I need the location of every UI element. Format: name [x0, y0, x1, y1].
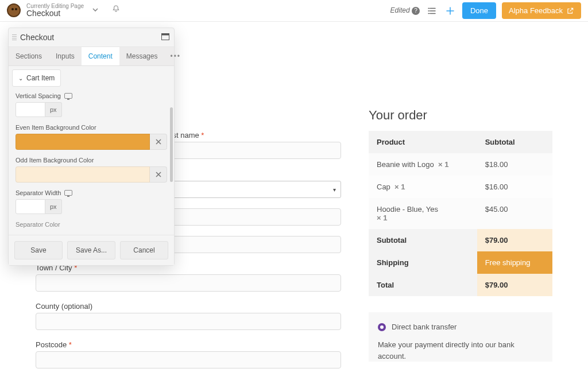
section-toggle-cart-item[interactable]: ⌄ Cart Item	[12, 69, 61, 87]
ctrl-label: Odd Item Background Color	[16, 157, 94, 164]
page-title: Checkout	[26, 9, 84, 18]
shipping-label: Shipping	[369, 251, 477, 274]
order-table-head: Product Subtotal	[369, 131, 552, 153]
ctrl-label: Even Item Background Color	[16, 124, 96, 131]
edited-status: Edited ?	[390, 6, 420, 15]
last-name-label: Last name *	[164, 131, 341, 139]
last-name-input[interactable]	[164, 142, 341, 159]
total-value: $79.00	[477, 274, 552, 296]
payment-method-label: Direct bank transfer	[392, 323, 457, 331]
svg-rect-1	[162, 33, 169, 35]
panel-maximize-button[interactable]	[161, 33, 169, 42]
odd-bg-clear[interactable]	[150, 166, 167, 183]
tab-messages[interactable]: Messages	[119, 47, 165, 65]
panel-footer: Save Save As... Cancel	[9, 235, 174, 265]
order-item-name: Beanie with Logo × 1	[369, 153, 477, 176]
notifications-button[interactable]	[111, 5, 121, 16]
town-field: Town / City *	[36, 263, 341, 292]
cancel-button[interactable]: Cancel	[120, 241, 168, 259]
even-bg-swatch[interactable]	[16, 134, 150, 150]
order-item-name: Hoodie - Blue, Yes× 1	[369, 198, 477, 229]
unit-label: px	[45, 102, 62, 117]
tabs-overflow-button[interactable]: •••	[164, 52, 187, 60]
town-input[interactable]	[36, 274, 341, 292]
chevron-down-icon	[92, 6, 99, 13]
payment-desc: Make your payment directly into our bank…	[378, 339, 543, 362]
panel-body: ⌄ Cart Item Vertical Spacing px Even Ite…	[9, 66, 174, 235]
separator-width-input[interactable]	[16, 199, 45, 214]
bell-icon	[111, 5, 121, 14]
panel-tabs: Sections Inputs Content Messages •••	[9, 47, 174, 66]
postcode-field: Postcode *	[36, 340, 341, 368]
vertical-spacing-input[interactable]	[16, 102, 45, 117]
topbar-right: Edited ? Done Alpha Feedback	[390, 2, 581, 19]
topbar: Currently Editing Page Checkout Edited ?…	[0, 0, 588, 22]
chevron-down-icon: ▾	[333, 187, 336, 193]
tab-inputs[interactable]: Inputs	[49, 47, 82, 65]
feedback-button[interactable]: Alpha Feedback	[502, 2, 581, 19]
page-switcher-toggle[interactable]	[90, 3, 101, 17]
last-name-field: Last name *	[164, 131, 341, 159]
radio-selected-icon	[378, 323, 386, 331]
subtotal-label: Subtotal	[369, 229, 477, 251]
order-column: Your order Product Subtotal Beanie with …	[369, 108, 552, 379]
feedback-label: Alpha Feedback	[509, 6, 563, 15]
order-heading: Your order	[369, 108, 552, 123]
county-label: County (optional)	[36, 302, 341, 311]
panel-title: Checkout	[20, 33, 161, 42]
ctrl-separator-color: Separator Color	[16, 221, 167, 228]
order-shipping-row: Shipping Free shipping	[369, 251, 552, 274]
postcode-label: Postcode *	[36, 340, 341, 349]
order-item-row: Beanie with Logo × 1 $18.00	[369, 153, 552, 176]
order-table: Product Subtotal Beanie with Logo × 1 $1…	[369, 131, 552, 296]
col-product: Product	[369, 131, 477, 153]
order-item-price: $45.00	[477, 198, 552, 229]
order-item-row: Cap × 1 $16.00	[369, 176, 552, 198]
outline-button[interactable]	[425, 5, 438, 17]
done-button[interactable]: Done	[462, 2, 496, 19]
save-as-button[interactable]: Save As...	[67, 241, 115, 259]
order-item-row: Hoodie - Blue, Yes× 1 $45.00	[369, 198, 552, 229]
payment-box: Direct bank transfer Make your payment d…	[369, 312, 552, 362]
save-button[interactable]: Save	[14, 241, 63, 259]
ctrl-even-bg: Even Item Background Color	[16, 124, 167, 150]
panel-header[interactable]: Checkout	[9, 28, 174, 47]
col-subtotal: Subtotal	[477, 131, 552, 153]
close-icon	[155, 138, 162, 145]
section-label: Cart Item	[26, 74, 55, 82]
odd-bg-swatch[interactable]	[16, 166, 150, 183]
subtotal-value: $79.00	[477, 229, 552, 251]
tab-sections[interactable]: Sections	[9, 47, 49, 65]
ctrl-separator-width: Separator Width px	[16, 189, 167, 214]
app-logo	[7, 3, 21, 17]
add-module-button[interactable]	[444, 5, 457, 17]
responsive-icon[interactable]	[64, 190, 72, 196]
total-label: Total	[369, 274, 477, 296]
page-title-wrap[interactable]: Currently Editing Page Checkout	[26, 3, 84, 18]
window-icon	[161, 33, 169, 40]
county-input[interactable]	[36, 313, 341, 330]
postcode-input[interactable]	[36, 351, 341, 368]
payment-method-row[interactable]: Direct bank transfer	[378, 323, 543, 331]
responsive-icon[interactable]	[64, 93, 72, 99]
order-item-price: $16.00	[477, 176, 552, 198]
order-item-name: Cap × 1	[369, 176, 477, 198]
ctrl-label: Separator Width	[16, 189, 61, 196]
external-link-icon	[566, 7, 574, 15]
settings-panel: Checkout Sections Inputs Content Message…	[8, 28, 175, 266]
shipping-value: Free shipping	[477, 251, 552, 274]
close-icon	[155, 171, 162, 178]
even-bg-clear[interactable]	[150, 134, 167, 150]
plus-icon	[445, 6, 455, 16]
outline-icon	[427, 6, 437, 16]
chevron-down-icon: ⌄	[18, 75, 23, 82]
panel-scrollbar[interactable]	[170, 107, 173, 182]
order-total-row: Total $79.00	[369, 274, 552, 296]
help-icon[interactable]: ?	[412, 7, 420, 15]
drag-handle-icon[interactable]	[11, 34, 18, 40]
unit-label: px	[45, 199, 62, 214]
ctrl-label: Separator Color	[16, 221, 60, 228]
topbar-left: Currently Editing Page Checkout	[7, 3, 121, 18]
ctrl-odd-bg: Odd Item Background Color	[16, 157, 167, 183]
tab-content[interactable]: Content	[82, 47, 119, 65]
